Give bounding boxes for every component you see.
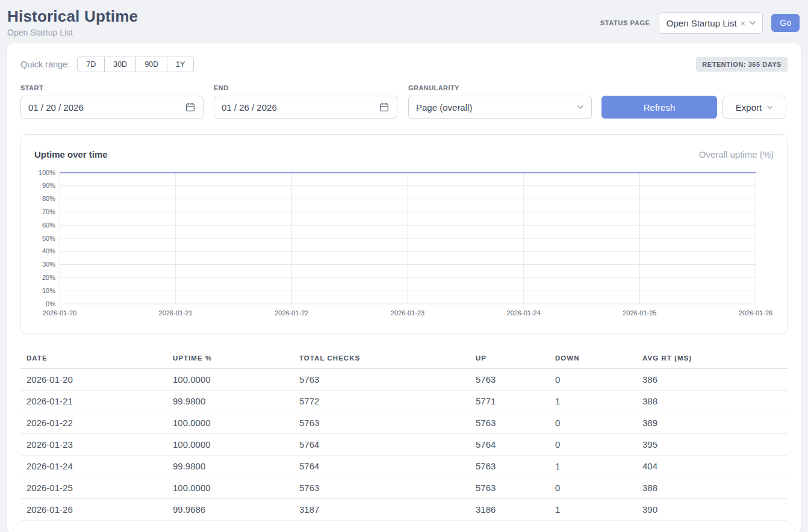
go-button[interactable]: Go — [771, 14, 800, 32]
axis-tick-label: 80% — [42, 195, 55, 202]
table-row: 2026-01-25100.0000576357630388 — [20, 477, 788, 499]
table-cell: 2026-01-25 — [20, 477, 167, 499]
table-cell: 5772 — [293, 391, 470, 412]
uptime-chart-svg: 0%10%20%30%40%50%60%70%80%90%100%2026-01… — [33, 167, 775, 322]
calendar-icon[interactable] — [185, 102, 196, 113]
column-header: UPTIME % — [167, 348, 293, 369]
status-page-select[interactable]: Open Startup List × — [659, 12, 763, 34]
quick-range-7d[interactable]: 7D — [77, 57, 105, 72]
table-cell: 390 — [636, 499, 788, 521]
axis-tick-label: 2026-01-25 — [623, 309, 656, 317]
table-row: 2026-01-22100.0000576357630389 — [20, 412, 788, 434]
table-cell: 5763 — [293, 412, 470, 434]
chart-card: Uptime over time Overall uptime (%) 0%10… — [20, 134, 788, 333]
chart-legend: Overall uptime (%) — [699, 149, 774, 159]
quick-range-30d[interactable]: 30D — [104, 57, 136, 72]
table-cell: 386 — [636, 369, 788, 391]
axis-tick-label: 50% — [42, 235, 55, 242]
table-cell: 5763 — [470, 369, 549, 391]
axis-tick-label: 0% — [46, 300, 55, 308]
table-cell: 0 — [549, 369, 636, 391]
table-cell: 100.0000 — [167, 477, 293, 499]
main-panel: Quick range: 7D30D90D1Y RETENTION: 365 D… — [7, 43, 801, 532]
export-button[interactable]: Export — [723, 96, 786, 119]
retention-badge: RETENTION: 365 DAYS — [696, 57, 788, 72]
status-page-selected-value: Open Startup List — [667, 18, 737, 28]
clear-selection-icon[interactable]: × — [741, 18, 746, 28]
quick-range-1y[interactable]: 1Y — [167, 57, 194, 72]
table-cell: 395 — [636, 434, 788, 456]
quick-range-90d[interactable]: 90D — [135, 57, 167, 72]
end-date-input[interactable]: 01 / 26 / 2026 — [214, 96, 397, 119]
table-cell: 2026-01-26 — [20, 499, 167, 521]
status-page-label: STATUS PAGE — [600, 19, 650, 26]
export-button-label: Export — [736, 102, 762, 113]
header: Historical Uptime Open Startup List STAT… — [0, 0, 808, 43]
table-cell: 99.9800 — [167, 456, 293, 477]
granularity-field: GRANULARITY Page (overall) — [408, 84, 592, 119]
table-cell: 389 — [636, 412, 788, 434]
table-cell: 388 — [636, 391, 788, 412]
axis-tick-label: 70% — [42, 208, 55, 215]
chevron-down-icon — [749, 20, 756, 25]
table-cell: 1 — [549, 456, 636, 477]
end-date-label: END — [214, 84, 397, 91]
table-cell: 3186 — [470, 499, 549, 521]
table-cell: 0 — [549, 412, 636, 434]
start-date-value: 01 / 20 / 2026 — [28, 102, 84, 113]
table-header-row: DATEUPTIME %TOTAL CHECKSUPDOWNAVG RT (MS… — [20, 348, 788, 369]
table-cell: 5771 — [470, 391, 549, 412]
table-cell: 0 — [549, 477, 636, 499]
column-header: AVG RT (MS) — [636, 348, 788, 369]
table-cell: 2026-01-20 — [20, 369, 167, 391]
table-cell: 0 — [549, 434, 636, 456]
table-cell: 5763 — [293, 369, 470, 391]
table-cell: 1 — [549, 499, 636, 521]
table-cell: 3187 — [293, 499, 470, 521]
table-cell: 100.0000 — [167, 369, 293, 391]
table-cell: 5764 — [293, 456, 470, 477]
header-titles: Historical Uptime Open Startup List — [7, 7, 138, 37]
chevron-down-icon — [577, 105, 584, 110]
table-cell: 388 — [636, 477, 788, 499]
chart-header: Uptime over time Overall uptime (%) — [33, 146, 775, 167]
calendar-icon[interactable] — [379, 102, 390, 113]
table-cell: 5763 — [470, 456, 549, 477]
axis-tick-label: 2026-01-24 — [507, 309, 541, 317]
axis-tick-label: 20% — [42, 274, 55, 281]
table-cell: 5764 — [470, 434, 549, 456]
table-cell: 5763 — [470, 477, 549, 499]
table-row: 2026-01-20100.0000576357630386 — [20, 369, 788, 391]
granularity-select[interactable]: Page (overall) — [408, 96, 592, 119]
axis-tick-label: 60% — [42, 221, 55, 229]
table-cell: 1 — [549, 391, 636, 412]
axis-tick-label: 90% — [42, 182, 55, 189]
refresh-button[interactable]: Refresh — [601, 96, 717, 119]
end-date-value: 01 / 26 / 2026 — [222, 102, 277, 113]
axis-tick-label: 2026-01-23 — [391, 309, 424, 317]
table-cell: 5764 — [293, 434, 470, 456]
quick-range-label: Quick range: — [20, 60, 70, 69]
status-page-controls: STATUS PAGE Open Startup List × Go — [600, 12, 800, 34]
table-cell: 100.0000 — [167, 434, 293, 456]
page-subtitle: Open Startup List — [7, 28, 138, 37]
start-date-input[interactable]: 01 / 20 / 2026 — [20, 96, 204, 119]
table-cell: 404 — [636, 456, 788, 477]
column-header: UP — [470, 348, 549, 369]
axis-tick-label: 2026-01-26 — [739, 309, 772, 317]
axis-tick-label: 2026-01-22 — [275, 309, 308, 317]
table-row: 2026-01-2699.9686318731861390 — [20, 499, 788, 521]
uptime-chart: 0%10%20%30%40%50%60%70%80%90%100%2026-01… — [33, 167, 775, 324]
axis-tick-label: 10% — [42, 287, 55, 294]
table-row: 2026-01-23100.0000576457640395 — [20, 434, 788, 456]
column-header: DOWN — [549, 348, 636, 369]
table-cell: 2026-01-21 — [20, 391, 167, 412]
table-cell: 99.9686 — [167, 499, 293, 521]
filter-form: START 01 / 20 / 2026 END 01 / 26 / 2026 … — [20, 84, 788, 119]
table-row: 2026-01-2499.9800576457631404 — [20, 456, 788, 477]
table-cell: 2026-01-23 — [20, 434, 167, 456]
axis-tick-label: 2026-01-20 — [43, 309, 76, 317]
granularity-value: Page (overall) — [416, 102, 472, 113]
column-header: DATE — [20, 348, 167, 369]
quick-range-group: 7D30D90D1Y — [77, 57, 194, 72]
